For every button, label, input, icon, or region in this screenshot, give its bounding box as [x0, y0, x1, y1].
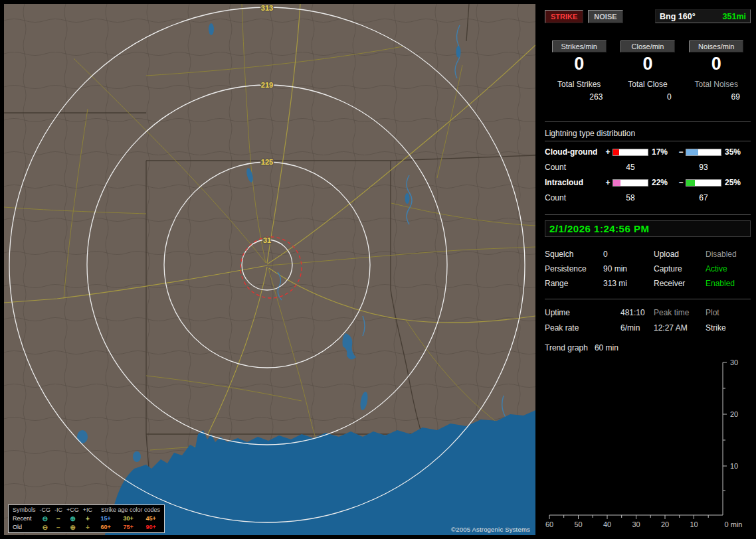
old-neg-cg-icon: ⊖ — [38, 523, 53, 532]
capture-label: Capture — [654, 264, 706, 273]
old-pos-cg-icon: ⊕ — [64, 523, 81, 532]
divider — [545, 121, 751, 122]
age-90: 90+ — [140, 523, 162, 532]
ic-positive-pct: 22% — [648, 178, 676, 187]
ic-negative-bar — [686, 179, 721, 187]
app-window: 313 219 125 31 Symbols -CG -IC +CG +IC S… — [0, 0, 756, 539]
ic-plus-sign: + — [603, 178, 613, 187]
peak-rate-value: 6/min — [620, 323, 654, 333]
cg-negative-bar-fill — [686, 149, 698, 155]
strikes-per-min-value: 0 — [574, 54, 584, 74]
noise-mode-button[interactable]: NOISE — [588, 10, 622, 23]
map-canvas[interactable]: 313 219 125 31 — [4, 4, 535, 535]
cg-positive-bar — [613, 149, 648, 156]
intracloud-label: Intracloud — [545, 178, 603, 187]
cloud-ground-label: Cloud-ground — [545, 147, 603, 157]
trend-graph-label: Trend graph — [545, 343, 588, 352]
strike-mode-button[interactable]: STRIKE — [545, 10, 583, 23]
trend-graph: 30 20 10 60 50 40 30 20 10 0 min — [545, 358, 756, 529]
symbols-legend: Symbols -CG -IC +CG +IC Strike age color… — [8, 504, 165, 533]
total-noises-label: Total Noises — [695, 80, 738, 89]
age-75: 75+ — [117, 523, 140, 532]
persistence-value: 90 min — [603, 264, 654, 273]
strikes-column: Strikes/min 0 Total Strikes 263 — [545, 40, 613, 102]
right-panel: STRIKE NOISE Bng 160° 351mi Strikes/min … — [539, 0, 756, 539]
x-tick-50: 50 — [574, 520, 582, 528]
bearing-display: Bng 160° 351mi — [655, 9, 751, 23]
ring-label-313: 313 — [261, 4, 273, 12]
legend-recent-label: Recent — [11, 514, 38, 523]
recent-pos-cg-icon: ⊕ — [64, 514, 81, 523]
cg-positive-count: 45 — [613, 163, 648, 172]
divider — [545, 299, 751, 299]
ic-positive-bar-fill — [613, 180, 620, 186]
graph-tick-labels: 30 20 10 60 50 40 30 20 10 0 min — [545, 358, 743, 528]
cg-negative-bar — [686, 149, 721, 156]
rate-stats: Strikes/min 0 Total Strikes 263 Close/mi… — [545, 40, 751, 102]
range-value: 313 mi — [603, 279, 654, 288]
range-label: Range — [545, 279, 603, 288]
trend-graph-header: Trend graph 60 min — [545, 343, 751, 352]
squelch-value: 0 — [603, 250, 654, 259]
total-strikes-label: Total Strikes — [557, 80, 601, 89]
squelch-label: Squelch — [545, 250, 603, 259]
plot-value: Strike — [706, 323, 751, 333]
ic-positive-bar — [613, 179, 648, 187]
legend-col-pos-ic: +IC — [81, 506, 94, 514]
total-close-label: Total Close — [628, 80, 667, 89]
old-neg-ic-icon: − — [52, 523, 64, 532]
legend-col-pos-cg: +CG — [64, 506, 81, 514]
bearing-label: Bng 160° — [660, 12, 696, 21]
ic-negative-bar-fill — [686, 180, 695, 186]
status-section: Uptime 481:10 Peak time Plot Peak rate 6… — [545, 308, 751, 333]
divider — [545, 141, 751, 141]
ic-positive-count: 58 — [613, 193, 648, 202]
cg-count-label: Count — [545, 163, 603, 172]
recent-pos-ic-icon: + — [81, 514, 94, 523]
age-15: 15+ — [94, 514, 117, 523]
trend-graph-interval: 60 min — [595, 343, 618, 352]
ic-count-label: Count — [545, 193, 603, 202]
x-tick-0min: 0 min — [725, 520, 743, 528]
close-column: Close/min 0 Total Close 0 — [613, 40, 682, 102]
strikes-per-min-button[interactable]: Strikes/min — [552, 40, 607, 52]
peak-time-label: Peak time — [654, 308, 706, 317]
cg-negative-count: 93 — [686, 163, 721, 172]
y-tick-20: 20 — [730, 410, 738, 418]
cg-positive-bar-fill — [613, 149, 619, 155]
ring-label-31: 31 — [263, 236, 271, 244]
uptime-label: Uptime — [545, 308, 620, 317]
legend-symbols-header: Symbols — [11, 506, 38, 514]
recent-neg-ic-icon: − — [52, 514, 64, 523]
noises-per-min-button[interactable]: Noises/min — [689, 40, 743, 52]
total-close-value: 0 — [667, 92, 682, 102]
plot-label: Plot — [706, 308, 751, 317]
peak-rate-label: Peak rate — [545, 323, 620, 333]
close-per-min-value: 0 — [642, 54, 652, 74]
x-tick-30: 30 — [632, 520, 640, 528]
legend-col-neg-ic: -IC — [52, 506, 64, 514]
age-30: 30+ — [117, 514, 140, 523]
receiver-label: Receiver — [654, 279, 706, 288]
noises-per-min-value: 0 — [711, 54, 721, 74]
settings-section: Squelch 0 Upload Disabled Persistence 90… — [545, 250, 751, 288]
y-tick-30: 30 — [730, 358, 738, 366]
divider — [545, 214, 751, 215]
age-45: 45+ — [140, 514, 162, 523]
datetime-display: 2/1/2026 1:24:56 PM — [545, 220, 751, 237]
cg-positive-pct: 17% — [648, 147, 676, 157]
x-tick-40: 40 — [603, 520, 611, 528]
mode-toolbar: STRIKE NOISE Bng 160° 351mi — [545, 9, 751, 23]
map-area: 313 219 125 31 Symbols -CG -IC +CG +IC S… — [4, 4, 535, 535]
cg-plus-sign: + — [603, 147, 613, 157]
noises-column: Noises/min 0 Total Noises 69 — [682, 40, 751, 102]
ring-label-125: 125 — [261, 158, 273, 166]
graph-axes — [549, 362, 727, 519]
uptime-value: 481:10 — [620, 308, 654, 317]
legend-col-neg-cg: -CG — [38, 506, 53, 514]
y-tick-10: 10 — [730, 462, 738, 470]
x-tick-10: 10 — [690, 520, 698, 528]
close-per-min-button[interactable]: Close/min — [620, 40, 675, 52]
upload-status: Disabled — [706, 250, 751, 259]
persistence-label: Persistence — [545, 264, 603, 273]
